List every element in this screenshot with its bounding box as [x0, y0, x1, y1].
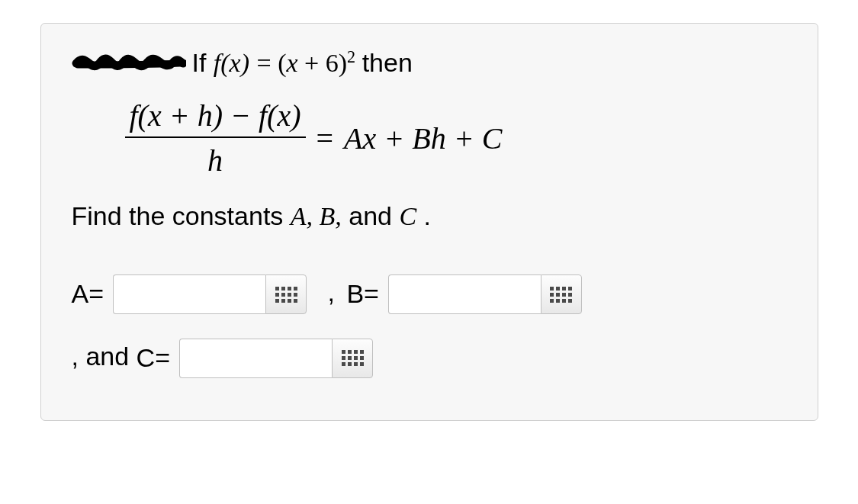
answer-group-c: C=	[137, 327, 373, 390]
keypad-icon	[342, 350, 364, 366]
answer-area: A= , B=	[72, 262, 787, 390]
func-exponent: 2	[347, 47, 355, 66]
separator-ab: ,	[328, 278, 342, 307]
keypad-button-c[interactable]	[332, 339, 373, 378]
label-a: A=	[72, 263, 104, 326]
instruction-line: Find the constants A, B, and C .	[72, 201, 787, 231]
equals-sign: =	[317, 120, 334, 156]
func-eq: =	[256, 49, 278, 77]
keypad-button-b[interactable]	[541, 274, 582, 314]
instruction-period: .	[424, 201, 431, 230]
intro-suffix: then	[362, 48, 413, 77]
keypad-button-a[interactable]	[265, 274, 307, 314]
instruction-and: and	[349, 201, 399, 230]
input-a[interactable]	[113, 274, 265, 314]
answer-group-b: B=	[346, 263, 582, 326]
fraction: f(x + h) − f(x) h	[125, 98, 306, 178]
equation-rhs: Ax + Bh + C	[344, 120, 502, 156]
intro-prefix: If	[192, 48, 214, 77]
problem-container: If f(x) = (x + 6)2 then f(x + h) − f(x) …	[40, 23, 818, 421]
fraction-denominator: h	[207, 143, 223, 178]
label-b: B=	[346, 263, 379, 326]
separator-bc: , and	[72, 342, 137, 371]
func-lhs: f(x)	[214, 49, 249, 77]
keypad-icon	[275, 287, 297, 303]
input-c[interactable]	[179, 339, 332, 378]
instruction-var-c: C	[399, 202, 416, 230]
keypad-icon	[550, 287, 572, 303]
label-c: C=	[137, 327, 170, 390]
func-rhs: (x + 6)2	[278, 49, 362, 77]
intro-text: If f(x) = (x + 6)2 then	[192, 47, 413, 78]
fraction-numerator: f(x + h) − f(x)	[130, 98, 301, 133]
difference-quotient-equation: f(x + h) − f(x) h = Ax + Bh + C	[125, 98, 787, 178]
redaction-scribble-icon	[72, 47, 186, 79]
input-b[interactable]	[388, 274, 541, 314]
answer-group-a: A=	[72, 263, 307, 326]
instruction-vars-ab: A, B,	[291, 202, 342, 230]
instruction-prefix: Find the constants	[72, 201, 291, 230]
problem-intro-line: If f(x) = (x + 6)2 then	[72, 47, 787, 79]
